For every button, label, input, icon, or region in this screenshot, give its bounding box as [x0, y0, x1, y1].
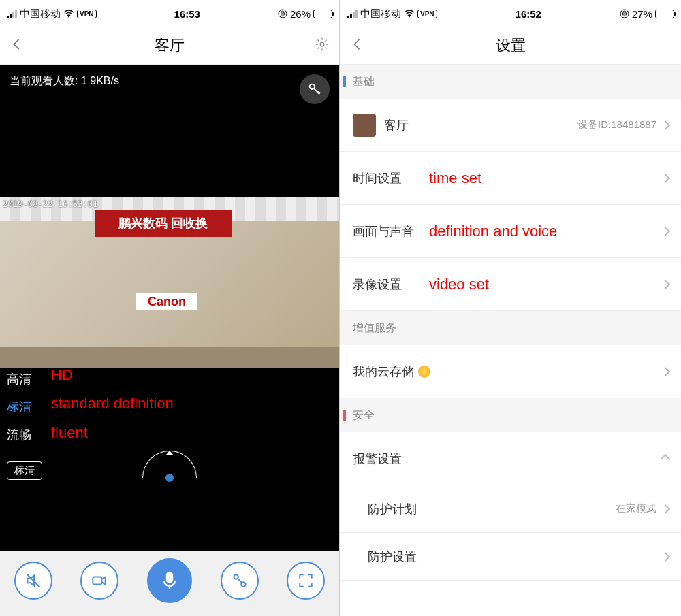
vpn-badge: VPN: [417, 10, 437, 18]
wifi-icon: [63, 10, 74, 18]
section-value-added: 增值服务: [340, 311, 681, 345]
signal-icon: [7, 10, 17, 18]
svg-point-2: [320, 42, 324, 46]
battery-icon: [655, 10, 674, 18]
back-button[interactable]: [350, 37, 365, 54]
canon-logo: Canon: [136, 293, 197, 310]
lock-rotation-icon: [620, 9, 629, 18]
row-time-set[interactable]: 时间设置 time set: [340, 152, 681, 205]
nav-bar: 客厅: [0, 27, 339, 65]
clock: 16:53: [97, 8, 278, 20]
row-alarm[interactable]: 报警设置: [340, 432, 681, 485]
page-title: 设置: [365, 35, 656, 56]
page-title: 客厅: [25, 35, 315, 56]
chevron-up-icon: [661, 453, 670, 463]
svg-line-9: [237, 578, 242, 583]
quality-menu: 高清 标清 流畅: [7, 366, 44, 449]
chevron-right-icon: [661, 226, 670, 236]
wifi-icon: [404, 10, 415, 18]
camera-live-screen: 中国移动 VPN 16:53 26% 客厅 当前观看人数: 1 9KB/s 鹏兴…: [0, 0, 340, 616]
battery-pct: 26%: [290, 8, 311, 20]
section-security: 安全: [340, 398, 681, 432]
chevron-right-icon: [661, 504, 670, 513]
chevron-right-icon: [661, 120, 670, 129]
annotation-record: video set: [429, 276, 489, 293]
coin-icon: [418, 366, 430, 378]
row-record[interactable]: 录像设置 video set: [340, 258, 681, 311]
device-thumb: [353, 114, 376, 137]
row-device[interactable]: 客厅 设备ID:18481887: [340, 99, 681, 152]
svg-rect-5: [93, 577, 102, 584]
svg-point-0: [68, 16, 69, 18]
carrier-label: 中国移动: [20, 7, 61, 20]
row-av[interactable]: 画面与声音 definition and voice: [340, 205, 681, 258]
nav-bar: 设置: [340, 27, 681, 65]
settings-list: 基础 客厅 设备ID:18481887 时间设置 time set 画面与声音 …: [340, 65, 681, 616]
chevron-right-icon: [661, 279, 670, 289]
video-area[interactable]: 当前观看人数: 1 9KB/s 鹏兴数码 回收换 Canon 2019-08-2…: [0, 65, 339, 551]
annotation-time: time set: [429, 169, 481, 187]
toolbar: [0, 551, 339, 616]
chevron-right-icon: [661, 551, 670, 561]
ptz-joystick[interactable]: [142, 456, 197, 478]
key-button[interactable]: [300, 74, 330, 104]
svg-rect-6: [167, 572, 172, 583]
quality-sd[interactable]: 标清: [7, 393, 44, 421]
annotation-fluent: fluent: [51, 424, 88, 442]
carrier-label: 中国移动: [360, 7, 401, 20]
shop-sign: 鹏兴数码 回收换: [95, 210, 232, 237]
fullscreen-button[interactable]: [287, 562, 325, 600]
back-button[interactable]: [10, 37, 25, 54]
row-plan[interactable]: 防护计划 在家模式: [340, 485, 681, 533]
battery-pct: 27%: [632, 8, 652, 20]
device-id: 设备ID:18481887: [577, 118, 656, 131]
section-basic: 基础: [340, 65, 681, 99]
device-name: 客厅: [384, 117, 409, 133]
mute-button[interactable]: [14, 562, 52, 600]
quality-fluent[interactable]: 流畅: [7, 421, 44, 449]
annotation-sd: standard definition: [51, 395, 174, 412]
quality-current-badge[interactable]: 标清: [7, 461, 42, 480]
chevron-right-icon: [661, 173, 670, 182]
row-protect[interactable]: 防护设置: [340, 533, 681, 581]
svg-point-3: [310, 84, 315, 89]
video-frame: 鹏兴数码 回收换 Canon 2019-08-22 16:53:01: [0, 197, 339, 368]
quality-hd[interactable]: 高清: [7, 366, 44, 393]
status-bar: 中国移动 VPN 16:52 27%: [340, 0, 681, 27]
row-cloud[interactable]: 我的云存储: [340, 345, 681, 398]
battery-icon: [313, 10, 332, 18]
settings-button[interactable]: [315, 37, 330, 54]
chevron-right-icon: [661, 366, 670, 376]
mic-button[interactable]: [147, 558, 192, 603]
annotation-hd: HD: [51, 366, 73, 384]
video-timestamp: 2019-08-22 16:53:01: [3, 199, 97, 209]
svg-point-10: [409, 16, 410, 18]
plan-value: 在家模式: [616, 502, 656, 515]
vpn-badge: VPN: [77, 10, 97, 18]
annotation-av: definition and voice: [429, 223, 557, 240]
clock: 16:52: [437, 8, 620, 20]
record-button[interactable]: [80, 562, 118, 600]
lock-rotation-icon: [278, 9, 287, 18]
viewers-label: 当前观看人数: 1 9KB/s: [10, 74, 119, 88]
status-bar: 中国移动 VPN 16:53 26%: [0, 0, 339, 27]
signal-icon: [347, 10, 358, 18]
snapshot-button[interactable]: [221, 562, 259, 600]
settings-screen: 中国移动 VPN 16:52 27% 设置 基础 客厅 设备ID:1848188…: [340, 0, 681, 616]
